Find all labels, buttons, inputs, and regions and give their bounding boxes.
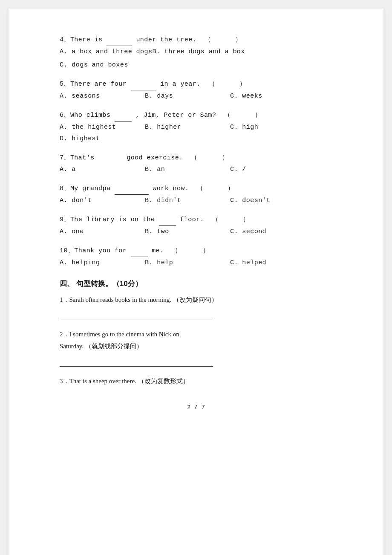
blank-6	[115, 110, 132, 121]
question-6-options: A. the highest B. higher C. high D. high…	[60, 121, 332, 145]
transform-3-text: 3．That is a sheep over there. （改为复数形式）	[60, 375, 332, 387]
question-10-text: 10、Thank you for me. （ ）	[60, 245, 332, 257]
option-5b: B. days	[145, 90, 230, 102]
option-6c: C. high	[230, 121, 315, 133]
blank-9	[159, 214, 176, 226]
blank-5	[131, 78, 156, 90]
transform-2-answer-line	[60, 356, 213, 367]
option-9a: A. one	[60, 226, 145, 237]
exam-page: 4、There is under the tree. （ ） A. a box …	[9, 9, 383, 555]
option-8b: B. didn't	[145, 195, 230, 206]
question-7: 7、That's good exercise. （ ） A. a B. an C…	[60, 152, 332, 175]
option-4c: C. dogs and boxes	[60, 59, 332, 71]
option-10a: A. helping	[60, 257, 145, 269]
transform-2-underline: on	[173, 331, 179, 338]
blank-8	[115, 183, 149, 195]
question-4-text: 4、There is under the tree. （ ）	[60, 34, 332, 46]
page-number: 2 / 7	[60, 404, 332, 411]
question-9-options: A. one B. two C. second	[60, 226, 332, 237]
option-5c: C. weeks	[230, 90, 315, 102]
option-7c: C. /	[230, 164, 315, 175]
transform-3: 3．That is a sheep over there. （改为复数形式）	[60, 375, 332, 387]
option-9b: B. two	[145, 226, 230, 237]
option-6b: B. higher	[145, 121, 230, 133]
blank-4	[107, 34, 132, 46]
option-4b: B. three dogs and a box	[152, 46, 245, 58]
option-7b: B. an	[145, 164, 230, 175]
option-7a: A. a	[60, 164, 145, 175]
question-5-options: A. seasons B. days C. weeks	[60, 90, 332, 102]
option-10b: B. help	[145, 257, 230, 269]
question-5-text: 5、There are four in a year. （ ）	[60, 78, 332, 90]
question-6: 6、Who climbs , Jim, Peter or Sam? （ ） A.…	[60, 110, 332, 145]
transform-1-answer-line	[60, 310, 213, 320]
option-5a: A. seasons	[60, 90, 145, 102]
option-8c: C. doesn't	[230, 195, 315, 206]
transform-3-instruction: （改为复数形式）	[138, 377, 189, 384]
question-9: 9、The library is on the floor. （ ） A. on…	[60, 214, 332, 237]
section-4-title: 四、 句型转换。（10分）	[60, 279, 332, 289]
question-4-options: A. a box and three dogs B. three dogs an…	[60, 46, 332, 58]
transform-2-text2: Saturday. （就划线部分提问）	[60, 340, 332, 352]
transform-1-text: 1．Sarah often reads books in the morning…	[60, 294, 332, 306]
option-4a: A. a box and three dogs	[60, 46, 152, 58]
transform-2-instruction: （就划线部分提问）	[85, 342, 143, 350]
question-8-options: A. don't B. didn't C. doesn't	[60, 195, 332, 206]
question-8: 8、My grandpa work now. （ ） A. don't B. d…	[60, 183, 332, 206]
transform-2-underline2: Saturday	[60, 343, 82, 350]
transform-2: 2．I sometimes go to the cinema with Nick…	[60, 329, 332, 367]
option-8a: A. don't	[60, 195, 145, 206]
option-6d: D. highest	[60, 133, 145, 145]
question-9-text: 9、The library is on the floor. （ ）	[60, 214, 332, 226]
question-7-text: 7、That's good exercise. （ ）	[60, 152, 332, 164]
transform-2-text: 2．I sometimes go to the cinema with Nick…	[60, 329, 332, 340]
option-10c: C. helped	[230, 257, 315, 269]
blank-10	[131, 245, 148, 257]
transform-1-instruction: （改为疑问句）	[173, 296, 218, 303]
question-10-options: A. helping B. help C. helped	[60, 257, 332, 269]
question-5: 5、There are four in a year. （ ） A. seaso…	[60, 78, 332, 102]
question-10: 10、Thank you for me. （ ） A. helping B. h…	[60, 245, 332, 269]
question-4: 4、There is under the tree. （ ） A. a box …	[60, 34, 332, 71]
question-8-text: 8、My grandpa work now. （ ）	[60, 183, 332, 195]
transform-1: 1．Sarah often reads books in the morning…	[60, 294, 332, 320]
question-7-options: A. a B. an C. /	[60, 164, 332, 175]
question-6-text: 6、Who climbs , Jim, Peter or Sam? （ ）	[60, 110, 332, 121]
option-9c: C. second	[230, 226, 315, 237]
option-6a: A. the highest	[60, 121, 145, 133]
